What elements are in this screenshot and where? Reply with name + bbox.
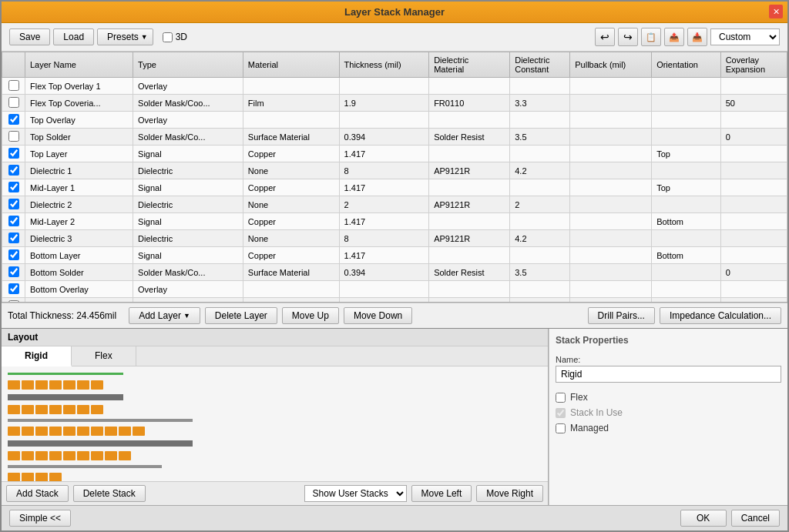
row-thickness: 8: [339, 230, 429, 247]
row-checkbox[interactable]: [8, 97, 19, 108]
tab-rigid[interactable]: Rigid: [2, 346, 72, 366]
row-diel-material: Solder Resist: [429, 129, 510, 146]
row-checkbox[interactable]: [8, 249, 19, 260]
row-checkbox-cell[interactable]: [2, 129, 25, 146]
row-checkbox-cell[interactable]: [2, 264, 25, 281]
show-user-stacks-select[interactable]: Show User Stacks Show All Stacks: [304, 485, 407, 502]
three-d-checkbox-label[interactable]: 3D: [163, 32, 187, 42]
row-checkbox-cell[interactable]: [2, 213, 25, 230]
layout-content: [2, 366, 548, 481]
vis-row-9: [8, 465, 542, 468]
redo-button[interactable]: ↪: [618, 28, 638, 46]
row-pullback: [570, 213, 652, 230]
row-checkbox[interactable]: [8, 148, 19, 159]
row-checkbox[interactable]: [8, 131, 19, 142]
delete-stack-button[interactable]: Delete Stack: [73, 485, 146, 502]
row-material: None: [243, 162, 339, 179]
stack-in-use-checkbox: [556, 408, 566, 418]
row-checkbox-cell[interactable]: [2, 162, 25, 179]
vis-orange-blocks-3: [8, 426, 145, 437]
toolbar-right: ↩ ↪ 📋 📤 📥 Custom 4 Layer 6 Layer 8 Layer: [595, 28, 780, 46]
icon-btn-2[interactable]: 📤: [664, 28, 684, 46]
row-pullback: [570, 281, 652, 298]
managed-checkbox-label[interactable]: Managed: [556, 423, 781, 433]
impedance-calc-button[interactable]: Impedance Calculation...: [660, 307, 781, 324]
move-right-button[interactable]: Move Right: [476, 485, 543, 502]
table-row[interactable]: Bottom Solder Solder Mask/Co... Surface …: [2, 264, 787, 281]
vis-row-5: [8, 419, 542, 422]
row-checkbox-cell[interactable]: [2, 230, 25, 247]
row-checkbox[interactable]: [8, 216, 19, 226]
row-checkbox[interactable]: [8, 233, 19, 243]
save-button[interactable]: Save: [9, 28, 50, 45]
stack-in-use-text: Stack In Use: [570, 407, 623, 418]
row-orientation: [652, 196, 721, 213]
toolbar: Save Load Presets ▼ 3D ↩ ↪ 📋 📤 📥 Custom …: [2, 23, 787, 52]
row-layer-name: Top Overlay: [25, 112, 133, 129]
col-pullback: Pullback (mil): [570, 52, 652, 78]
simple-button[interactable]: Simple <<: [9, 510, 71, 527]
table-row[interactable]: Dielectric 1 Dielectric None 8 AP9121R 4…: [2, 162, 787, 179]
row-checkbox-cell[interactable]: [2, 112, 25, 129]
row-layer-name: Top Layer: [25, 146, 133, 162]
row-checkbox-cell[interactable]: [2, 247, 25, 264]
row-checkbox[interactable]: [8, 266, 19, 277]
row-checkbox[interactable]: [8, 114, 19, 125]
add-layer-button[interactable]: Add Layer ▼: [129, 307, 200, 324]
move-up-button[interactable]: Move Up: [282, 307, 339, 324]
name-label: Name:: [556, 355, 781, 364]
row-checkbox-cell[interactable]: [2, 196, 25, 213]
name-input[interactable]: [556, 366, 781, 383]
tab-flex[interactable]: Flex: [72, 346, 136, 366]
cancel-button[interactable]: Cancel: [731, 510, 780, 527]
table-row[interactable]: Flex Top Overlay 1 Overlay: [2, 78, 787, 95]
close-button[interactable]: ✕: [769, 5, 783, 18]
presets-button[interactable]: Presets ▼: [97, 28, 153, 45]
ok-button[interactable]: OK: [680, 510, 727, 527]
row-coverlay: [720, 281, 787, 298]
table-row[interactable]: Top Overlay Overlay: [2, 112, 787, 129]
three-d-checkbox[interactable]: [163, 32, 173, 42]
table-row[interactable]: Mid-Layer 2 Signal Copper 1.417 Bottom: [2, 213, 787, 230]
table-row[interactable]: Bottom Overlay Overlay: [2, 281, 787, 298]
row-checkbox[interactable]: [8, 283, 19, 294]
table-row[interactable]: Bottom Layer Signal Copper 1.417 Bottom: [2, 247, 787, 264]
row-checkbox-cell[interactable]: [2, 95, 25, 112]
load-button[interactable]: Load: [53, 28, 94, 45]
row-checkbox-cell[interactable]: [2, 78, 25, 95]
row-checkbox[interactable]: [8, 199, 19, 209]
row-material: Copper: [243, 179, 339, 196]
drill-pairs-button[interactable]: Drill Pairs...: [588, 307, 655, 324]
vis-row-7: [8, 440, 542, 447]
move-down-button[interactable]: Move Down: [344, 307, 412, 324]
delete-layer-button[interactable]: Delete Layer: [205, 307, 277, 324]
undo-button[interactable]: ↩: [595, 28, 615, 46]
move-left-button[interactable]: Move Left: [411, 485, 472, 502]
row-thickness: 2: [339, 196, 429, 213]
row-checkbox-cell[interactable]: [2, 179, 25, 196]
table-row[interactable]: Top Layer Signal Copper 1.417 Top: [2, 146, 787, 162]
flex-checkbox-label[interactable]: Flex: [556, 392, 781, 403]
table-row[interactable]: Flex Top Coveria... Solder Mask/Coo... F…: [2, 95, 787, 112]
title-bar: Layer Stack Manager ✕: [2, 2, 787, 23]
table-row[interactable]: Dielectric 2 Dielectric None 2 AP9121R 2: [2, 196, 787, 213]
table-row[interactable]: Mid-Layer 1 Signal Copper 1.417 Top: [2, 179, 787, 196]
icon-btn-3[interactable]: 📥: [687, 28, 707, 46]
row-checkbox-cell[interactable]: [2, 146, 25, 162]
flex-checkbox[interactable]: [556, 393, 566, 403]
presets-label: Presets: [107, 32, 139, 42]
managed-checkbox[interactable]: [556, 423, 566, 433]
row-diel-constant: 3.5: [510, 264, 570, 281]
row-checkbox[interactable]: [8, 165, 19, 176]
row-checkbox[interactable]: [8, 182, 19, 192]
row-checkbox-cell[interactable]: [2, 281, 25, 298]
icon-btn-1[interactable]: 📋: [641, 28, 661, 46]
vis-row-4: [8, 404, 542, 415]
view-select[interactable]: Custom 4 Layer 6 Layer 8 Layer: [710, 28, 780, 45]
stack-in-use-label: Stack In Use: [556, 407, 781, 418]
add-stack-button[interactable]: Add Stack: [6, 485, 69, 502]
table-row[interactable]: Dielectric 3 Dielectric None 8 AP9121R 4…: [2, 230, 787, 247]
table-row[interactable]: Top Solder Solder Mask/Co... Surface Mat…: [2, 129, 787, 146]
row-diel-material: [429, 146, 510, 162]
row-checkbox[interactable]: [8, 80, 19, 91]
